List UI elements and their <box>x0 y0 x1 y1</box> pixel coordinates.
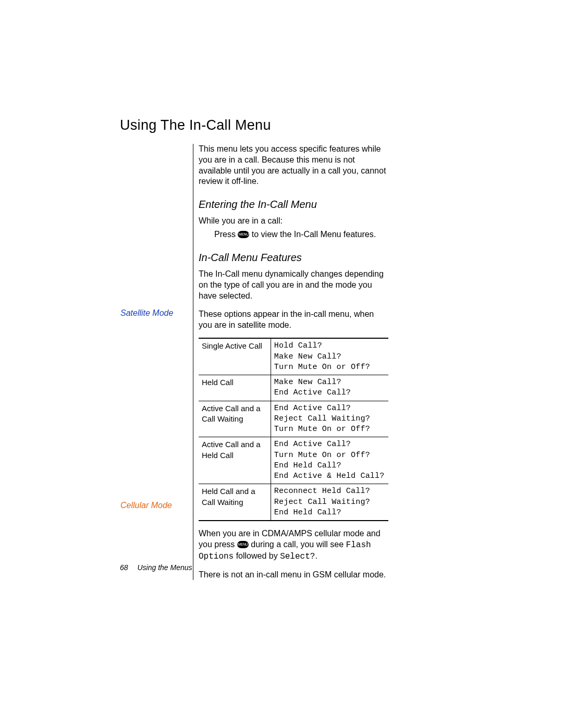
opts-text: End Active Call? Reject Call Waiting? Tu… <box>274 404 370 434</box>
opts-text: Reconnect Held Call? Reject Call Waiting… <box>274 487 370 517</box>
features-lead: The In-Call menu dynamically changes dep… <box>199 269 388 301</box>
satellite-lead: These options appear in the in-call menu… <box>199 309 388 331</box>
call-options: End Active Call? Reject Call Waiting? Tu… <box>271 401 388 437</box>
cell-p1-d: . <box>315 551 317 560</box>
cell-p1-c: followed by <box>234 551 280 560</box>
call-state: Held Call <box>199 375 271 401</box>
footer-section: Using the Menus <box>137 563 192 572</box>
call-options: Hold Call? Make New Call? Turn Mute On o… <box>271 338 388 375</box>
table-row: Active Call and a Held Call End Active C… <box>199 437 388 484</box>
page-number: 68 <box>120 563 128 572</box>
table-row: Held Call and a Call Waiting Reconnect H… <box>199 484 388 521</box>
call-state: Single Active Call <box>199 338 271 375</box>
call-state: Active Call and a Call Waiting <box>199 401 271 437</box>
features-heading: In-Call Menu Features <box>199 252 388 264</box>
table-row: Single Active Call Hold Call? Make New C… <box>199 338 388 375</box>
intro-paragraph: This menu lets you access speciﬁc featur… <box>199 144 388 187</box>
manual-page: Using The In-Call Menu This menu lets yo… <box>0 0 563 728</box>
cell-mono2: Select? <box>280 552 315 561</box>
call-options: End Active Call? Turn Mute On or Off? En… <box>271 437 388 484</box>
satellite-options-table: Single Active Call Hold Call? Make New C… <box>199 338 388 521</box>
call-options: Make New Call? End Active Call? <box>271 375 388 401</box>
opts-text: End Active Call? Turn Mute On or Off? En… <box>274 440 385 480</box>
page-footer: 68 Using the Menus <box>120 563 192 572</box>
cellular-paragraph-2: There is not an in-call menu in GSM cell… <box>199 570 388 581</box>
entering-lead: While you are in a call: <box>199 216 388 227</box>
margin-label-cellular: Cellular Mode <box>120 500 183 511</box>
entering-step: Press MENU to view the In-Call Menu feat… <box>214 229 388 240</box>
call-state: Held Call and a Call Waiting <box>199 484 271 521</box>
table-row: Active Call and a Call Waiting End Activ… <box>199 401 388 437</box>
table-row: Held Call Make New Call? End Active Call… <box>199 375 388 401</box>
cellular-paragraph-1: When you are in CDMA/AMPS cellular mode … <box>199 528 388 562</box>
margin-label-satellite: Satellite Mode <box>120 308 183 318</box>
call-state: Active Call and a Held Call <box>199 437 271 484</box>
step-before: Press <box>214 230 238 239</box>
cell-p1-b: during a call, you will see <box>249 540 346 549</box>
step-after: to view the In-Call Menu features. <box>249 230 376 239</box>
page-title: Using The In-Call Menu <box>120 117 388 133</box>
entering-heading: Entering the In-Call Menu <box>199 199 388 211</box>
content-column: This menu lets you access speciﬁc featur… <box>193 144 388 580</box>
call-options: Reconnect Held Call? Reject Call Waiting… <box>271 484 388 521</box>
menu-button-icon: MENU <box>237 541 249 548</box>
opts-text: Make New Call? End Active Call? <box>274 378 351 397</box>
opts-text: Hold Call? Make New Call? Turn Mute On o… <box>274 341 370 372</box>
menu-button-icon: MENU <box>238 231 249 238</box>
